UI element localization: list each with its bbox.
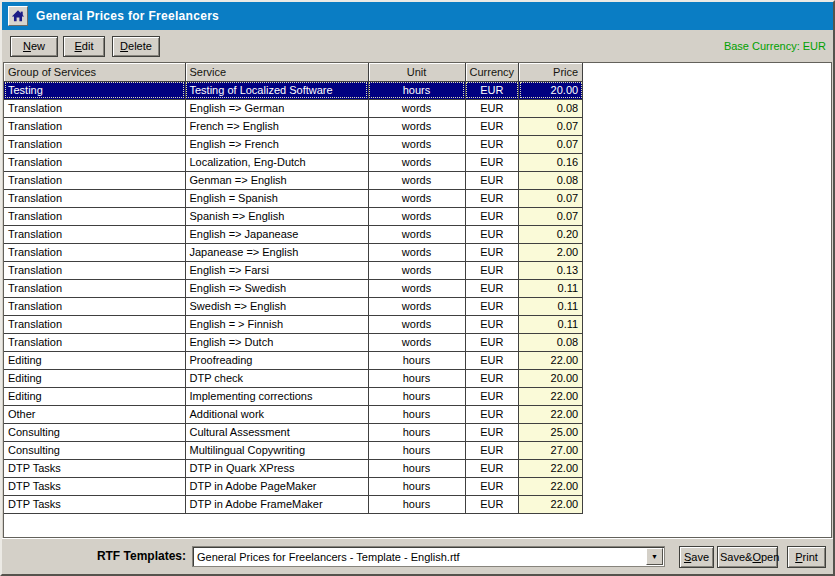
table-row[interactable]: DTP TasksDTP in Adobe PageMakerhoursEUR2… bbox=[4, 477, 583, 495]
cell-service: English => German bbox=[185, 99, 368, 117]
table-row[interactable]: TranslationFrench => EnglishwordsEUR0.07 bbox=[4, 117, 583, 135]
table-row[interactable]: ConsultingMultilingual CopywritinghoursE… bbox=[4, 441, 583, 459]
table-row[interactable]: TranslationSwedish => EnglishwordsEUR0.1… bbox=[4, 297, 583, 315]
rtf-templates-label: RTF Templates: bbox=[2, 549, 186, 563]
cell-currency: EUR bbox=[465, 261, 519, 279]
cell-group: DTP Tasks bbox=[4, 495, 185, 513]
save-and-open-button-accel: O bbox=[752, 551, 761, 563]
cell-price: 0.16 bbox=[519, 153, 583, 171]
cell-service: English => Swedish bbox=[185, 279, 368, 297]
cell-group: Translation bbox=[4, 279, 185, 297]
cell-group: Consulting bbox=[4, 441, 185, 459]
cell-service: Spanish => English bbox=[185, 207, 368, 225]
cell-group: Translation bbox=[4, 171, 185, 189]
cell-group: Translation bbox=[4, 315, 185, 333]
cell-price: 22.00 bbox=[519, 495, 583, 513]
cell-price: 22.00 bbox=[519, 387, 583, 405]
cell-unit: hours bbox=[368, 405, 465, 423]
table-row[interactable]: TranslationEnglish => JapaneasewordsEUR0… bbox=[4, 225, 583, 243]
cell-group: Testing bbox=[4, 81, 185, 99]
cell-group: Translation bbox=[4, 99, 185, 117]
cell-currency: EUR bbox=[465, 171, 519, 189]
edit-button[interactable]: Edit bbox=[63, 36, 105, 57]
cell-price: 2.00 bbox=[519, 243, 583, 261]
cell-service: English => Dutch bbox=[185, 333, 368, 351]
cell-group: Editing bbox=[4, 369, 185, 387]
cell-service: French => English bbox=[185, 117, 368, 135]
cell-price: 0.08 bbox=[519, 171, 583, 189]
cell-unit: hours bbox=[368, 369, 465, 387]
column-header-service[interactable]: Service bbox=[185, 63, 368, 81]
cell-price: 0.07 bbox=[519, 117, 583, 135]
cell-service: Proofreading bbox=[185, 351, 368, 369]
column-header-currency[interactable]: Currency bbox=[465, 63, 519, 81]
table-row[interactable]: EditingDTP checkhoursEUR20.00 bbox=[4, 369, 583, 387]
cell-currency: EUR bbox=[465, 189, 519, 207]
cell-group: Translation bbox=[4, 189, 185, 207]
cell-unit: hours bbox=[368, 477, 465, 495]
cell-currency: EUR bbox=[465, 99, 519, 117]
cell-service: English = Spanish bbox=[185, 189, 368, 207]
home-icon-glyph bbox=[11, 9, 25, 23]
cell-price: 20.00 bbox=[519, 369, 583, 387]
table-row[interactable]: TranslationEnglish => SwedishwordsEUR0.1… bbox=[4, 279, 583, 297]
table-row[interactable]: TranslationGenman => EnglishwordsEUR0.08 bbox=[4, 171, 583, 189]
cell-unit: hours bbox=[368, 351, 465, 369]
table-row[interactable]: ConsultingCultural AssessmenthoursEUR25.… bbox=[4, 423, 583, 441]
cell-price: 20.00 bbox=[519, 81, 583, 99]
table-row[interactable]: EditingImplementing correctionshoursEUR2… bbox=[4, 387, 583, 405]
chevron-down-icon[interactable]: ▼ bbox=[646, 548, 663, 565]
cell-group: Translation bbox=[4, 243, 185, 261]
cell-price: 27.00 bbox=[519, 441, 583, 459]
cell-currency: EUR bbox=[465, 441, 519, 459]
cell-currency: EUR bbox=[465, 459, 519, 477]
cell-price: 0.07 bbox=[519, 189, 583, 207]
table-row[interactable]: TranslationJapanease => EnglishwordsEUR2… bbox=[4, 243, 583, 261]
table-row[interactable]: TranslationEnglish => DutchwordsEUR0.08 bbox=[4, 333, 583, 351]
table-row[interactable]: DTP TasksDTP in Adobe FrameMakerhoursEUR… bbox=[4, 495, 583, 513]
cell-unit: words bbox=[368, 315, 465, 333]
home-icon[interactable] bbox=[8, 6, 28, 26]
table-row[interactable]: OtherAdditional workhoursEUR22.00 bbox=[4, 405, 583, 423]
save-button[interactable]: Save bbox=[679, 546, 714, 568]
cell-currency: EUR bbox=[465, 207, 519, 225]
rtf-template-select[interactable]: General Prices for Freelancers - Templat… bbox=[192, 546, 665, 567]
delete-button[interactable]: Delete bbox=[112, 36, 160, 57]
cell-currency: EUR bbox=[465, 495, 519, 513]
table-row[interactable]: TranslationEnglish = > FinnishwordsEUR0.… bbox=[4, 315, 583, 333]
column-header-unit[interactable]: Unit bbox=[368, 63, 465, 81]
table-row[interactable]: TranslationEnglish => GermanwordsEUR0.08 bbox=[4, 99, 583, 117]
save-and-open-button-label-rest: pen bbox=[761, 551, 779, 563]
table-row[interactable]: EditingProofreadinghoursEUR22.00 bbox=[4, 351, 583, 369]
table-row[interactable]: TranslationEnglish = SpanishwordsEUR0.07 bbox=[4, 189, 583, 207]
table-row[interactable]: TranslationEnglish => FarsiwordsEUR0.13 bbox=[4, 261, 583, 279]
new-button[interactable]: New bbox=[10, 36, 58, 57]
cell-group: Translation bbox=[4, 297, 185, 315]
cell-price: 22.00 bbox=[519, 351, 583, 369]
cell-group: Translation bbox=[4, 135, 185, 153]
cell-group: DTP Tasks bbox=[4, 477, 185, 495]
table-row[interactable]: TranslationLocalization, Eng-DutchwordsE… bbox=[4, 153, 583, 171]
cell-group: Other bbox=[4, 405, 185, 423]
column-header-group-of-services[interactable]: Group of Services bbox=[4, 63, 185, 81]
cell-service: DTP in Quark XPress bbox=[185, 459, 368, 477]
cell-currency: EUR bbox=[465, 297, 519, 315]
cell-service: Testing of Localized Software bbox=[185, 81, 368, 99]
save-and-open-button[interactable]: Save&Open bbox=[717, 546, 778, 568]
table-row[interactable]: TranslationSpanish => EnglishwordsEUR0.0… bbox=[4, 207, 583, 225]
title-bar: General Prices for Freelancers bbox=[2, 2, 833, 30]
cell-unit: hours bbox=[368, 423, 465, 441]
footer-panel: RTF Templates: General Prices for Freela… bbox=[2, 538, 833, 574]
cell-price: 22.00 bbox=[519, 477, 583, 495]
table-row[interactable]: TestingTesting of Localized Softwarehour… bbox=[4, 81, 583, 99]
cell-group: Editing bbox=[4, 387, 185, 405]
column-header-price[interactable]: Price bbox=[519, 63, 583, 81]
print-button[interactable]: Print bbox=[787, 546, 826, 568]
cell-currency: EUR bbox=[465, 477, 519, 495]
table-row[interactable]: TranslationEnglish => FrenchwordsEUR0.07 bbox=[4, 135, 583, 153]
cell-group: Translation bbox=[4, 225, 185, 243]
cell-unit: hours bbox=[368, 459, 465, 477]
table-row[interactable]: DTP TasksDTP in Quark XPresshoursEUR22.0… bbox=[4, 459, 583, 477]
cell-service: DTP check bbox=[185, 369, 368, 387]
prices-table: Group of ServicesServiceUnitCurrencyPric… bbox=[4, 63, 583, 514]
